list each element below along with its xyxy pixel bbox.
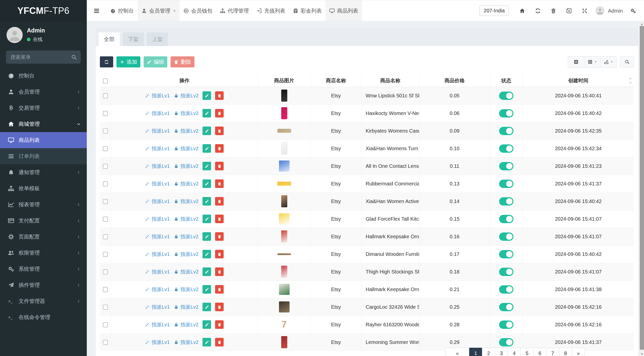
- refresh-button[interactable]: [530, 0, 546, 21]
- nav-tab-members[interactable]: 会员管理×: [138, 0, 180, 21]
- sidebar-item-grab[interactable]: 抢单模板: [0, 180, 87, 196]
- assign-lv2-link[interactable]: 指派Lv2: [174, 216, 198, 222]
- assign-lv2-link[interactable]: 指派Lv2: [174, 321, 198, 328]
- filter-tab-on[interactable]: 上架: [147, 32, 168, 46]
- edit-row-button[interactable]: [203, 162, 211, 170]
- status-toggle[interactable]: [499, 250, 513, 258]
- assign-lv1-link[interactable]: 指派Lv1: [145, 251, 170, 258]
- status-toggle[interactable]: [499, 92, 513, 100]
- delete-row-button[interactable]: [215, 91, 224, 100]
- row-checkbox[interactable]: [103, 305, 108, 310]
- region-badge[interactable]: 207-India: [479, 6, 509, 16]
- assign-lv1-link[interactable]: 指派Lv1: [145, 110, 170, 117]
- sidebar-item-commands[interactable]: >_在线命令管理: [0, 309, 87, 325]
- row-checkbox[interactable]: [103, 287, 108, 292]
- assign-lv1-link[interactable]: 指派Lv1: [145, 304, 170, 310]
- assign-lv2-link[interactable]: 指派Lv2: [174, 180, 198, 187]
- delete-button[interactable]: 删除: [171, 56, 194, 67]
- scroll-down-icon[interactable]: ▼: [640, 352, 644, 356]
- assign-lv2-link[interactable]: 指派Lv2: [174, 268, 198, 275]
- delete-row-button[interactable]: [215, 215, 224, 223]
- row-checkbox[interactable]: [103, 146, 108, 151]
- assign-lv1-link[interactable]: 指派Lv1: [145, 145, 170, 152]
- translate-button[interactable]: A: [561, 0, 577, 21]
- sort-icon[interactable]: [628, 77, 632, 85]
- home-button[interactable]: [514, 0, 530, 21]
- page-button[interactable]: 6: [533, 348, 546, 356]
- assign-lv1-link[interactable]: 指派Lv1: [145, 286, 170, 293]
- status-toggle[interactable]: [499, 144, 513, 153]
- nav-tab-bonus[interactable]: 彩金列表: [289, 0, 326, 21]
- delete-row-button[interactable]: [215, 250, 224, 258]
- page-button[interactable]: 7: [546, 348, 559, 356]
- sidebar-item-mall[interactable]: 商城管理: [0, 116, 87, 132]
- assign-lv2-link[interactable]: 指派Lv2: [174, 92, 198, 99]
- assign-lv1-link[interactable]: 指派Lv1: [145, 216, 170, 222]
- assign-lv1-link[interactable]: 指派Lv1: [145, 268, 170, 275]
- page-button[interactable]: 5: [520, 348, 534, 356]
- page-button[interactable]: «: [445, 348, 469, 356]
- status-toggle[interactable]: [499, 127, 513, 135]
- sidebar-item-notice[interactable]: 通知管理: [0, 164, 87, 180]
- delete-row-button[interactable]: [215, 197, 224, 206]
- status-toggle[interactable]: [499, 197, 513, 206]
- row-checkbox[interactable]: [103, 129, 108, 134]
- sidebar-item-trade[interactable]: B交易管理: [0, 100, 87, 116]
- status-toggle[interactable]: [499, 303, 513, 311]
- row-checkbox[interactable]: [103, 93, 108, 98]
- assign-lv2-link[interactable]: 指派Lv2: [174, 198, 198, 205]
- vertical-scrollbar[interactable]: ▲ ▼: [640, 22, 644, 356]
- edit-button[interactable]: 编辑: [144, 56, 167, 67]
- status-toggle[interactable]: [499, 285, 513, 294]
- nav-tab-console[interactable]: 控制台: [106, 0, 138, 21]
- sidebar-item-pages[interactable]: 页面配置: [0, 229, 87, 245]
- row-checkbox[interactable]: [103, 111, 108, 116]
- sidebar-item-goods-list[interactable]: 商品列表: [0, 132, 87, 148]
- scrollbar-thumb[interactable]: [640, 26, 644, 350]
- assign-lv1-link[interactable]: 指派Lv1: [145, 321, 170, 328]
- assign-lv2-link[interactable]: 指派Lv2: [174, 233, 198, 240]
- refresh-button[interactable]: [100, 56, 113, 67]
- edit-row-button[interactable]: [203, 215, 211, 223]
- sidebar-item-members[interactable]: 会员管理: [0, 84, 87, 100]
- delete-row-button[interactable]: [215, 162, 224, 170]
- page-button[interactable]: »: [572, 348, 585, 356]
- assign-lv2-link[interactable]: 指派Lv2: [174, 145, 198, 152]
- assign-lv1-link[interactable]: 指派Lv1: [145, 339, 170, 346]
- delete-row-button[interactable]: [215, 232, 224, 241]
- sidebar-item-plugins[interactable]: 插件管理: [0, 277, 87, 293]
- add-button[interactable]: 添加: [116, 56, 140, 67]
- filter-tab-off[interactable]: 下架: [123, 32, 144, 46]
- filter-tab-all[interactable]: 全部: [99, 32, 120, 46]
- col-header-created[interactable]: 创建时间: [522, 75, 634, 87]
- export-button[interactable]: [600, 56, 616, 67]
- assign-lv1-link[interactable]: 指派Lv1: [145, 233, 170, 240]
- status-toggle[interactable]: [499, 162, 513, 170]
- navbar-user[interactable]: Admin: [592, 6, 626, 15]
- delete-row-button[interactable]: [215, 320, 224, 329]
- page-button[interactable]: 2: [482, 348, 495, 356]
- status-toggle[interactable]: [499, 338, 513, 346]
- delete-row-button[interactable]: [215, 285, 224, 294]
- nav-tab-recharge[interactable]: 充值列表: [253, 0, 289, 21]
- assign-lv1-link[interactable]: 指派Lv1: [145, 198, 170, 205]
- sidebar-item-files[interactable]: >_文件管理器: [0, 293, 87, 309]
- status-toggle[interactable]: [499, 215, 513, 223]
- status-toggle[interactable]: [499, 321, 513, 329]
- assign-lv1-link[interactable]: 指派Lv1: [145, 180, 170, 187]
- status-toggle[interactable]: [499, 180, 513, 188]
- row-checkbox[interactable]: [103, 217, 108, 222]
- edit-row-button[interactable]: [203, 267, 211, 276]
- assign-lv2-link[interactable]: 指派Lv2: [174, 110, 198, 117]
- assign-lv1-link[interactable]: 指派Lv1: [145, 92, 170, 99]
- assign-lv2-link[interactable]: 指派Lv2: [174, 128, 198, 134]
- sidebar-search-input[interactable]: [6, 51, 81, 64]
- sidebar-toggle-button[interactable]: [87, 0, 106, 21]
- trash-button[interactable]: [546, 0, 561, 21]
- settings-button[interactable]: [626, 0, 640, 21]
- sidebar-item-reports[interactable]: 报表管理: [0, 196, 87, 213]
- row-checkbox[interactable]: [103, 340, 108, 345]
- edit-row-button[interactable]: [203, 197, 211, 206]
- edit-row-button[interactable]: [203, 232, 211, 241]
- select-all-checkbox[interactable]: [103, 78, 108, 84]
